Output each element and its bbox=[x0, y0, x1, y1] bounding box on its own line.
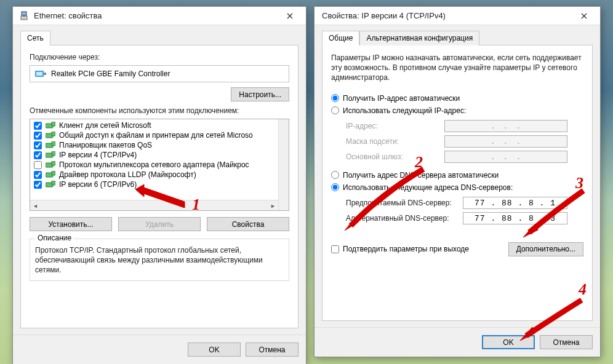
component-label: Драйвер протокола LLDP (Майкрософт) bbox=[59, 170, 196, 179]
svg-rect-9 bbox=[52, 132, 55, 136]
window-title: Ethernet: свойства bbox=[34, 11, 276, 20]
close-button[interactable] bbox=[571, 7, 598, 25]
adapter-name: Realtek PCIe GBE Family Controller bbox=[51, 69, 170, 78]
validate-on-exit-label: Подтвердить параметры при выходе bbox=[343, 245, 469, 253]
titlebar[interactable]: Ethernet: свойства bbox=[13, 7, 306, 25]
radio-dns-manual-label: Использовать следующие адреса DNS-сервер… bbox=[343, 183, 513, 192]
svg-rect-19 bbox=[52, 181, 55, 185]
ok-button[interactable]: OK bbox=[482, 335, 535, 349]
radio-dns-manual-input[interactable] bbox=[331, 183, 339, 191]
component-checkbox[interactable] bbox=[34, 161, 42, 169]
protocol-icon bbox=[46, 141, 55, 149]
svg-rect-2 bbox=[23, 15, 25, 17]
component-checkbox[interactable] bbox=[34, 181, 42, 189]
description-group: Описание Протокол TCP/IP. Стандартный пр… bbox=[30, 239, 289, 281]
component-label: Общий доступ к файлам и принтерам для се… bbox=[59, 131, 253, 140]
protocol-icon bbox=[46, 161, 55, 168]
radio-dns-auto-label: Получить адрес DNS-сервера автоматически bbox=[343, 171, 499, 180]
ethernet-icon bbox=[19, 11, 29, 21]
radio-dns-manual[interactable]: Использовать следующие адреса DNS-сервер… bbox=[331, 183, 583, 192]
svg-rect-0 bbox=[22, 12, 26, 15]
radio-dns-auto[interactable]: Получить адрес DNS-сервера автоматически bbox=[331, 171, 583, 180]
component-item[interactable]: Общий доступ к файлам и принтерам для се… bbox=[30, 130, 278, 140]
ip-address-label: IP-адрес: bbox=[346, 122, 444, 130]
component-item[interactable]: IP версии 4 (TCP/IPv4) bbox=[30, 150, 278, 160]
close-button[interactable] bbox=[276, 7, 303, 25]
gateway-label: Основной шлюз: bbox=[346, 152, 444, 161]
component-label: Планировщик пакетов QoS bbox=[59, 141, 152, 149]
remove-button: Удалить bbox=[118, 217, 201, 231]
description-text: Протокол TCP/IP. Стандартный протокол гл… bbox=[35, 245, 284, 275]
radio-ip-manual-label: Использовать следующий IP-адрес: bbox=[343, 106, 466, 115]
tabstrip: Сеть bbox=[20, 30, 298, 46]
svg-rect-13 bbox=[52, 151, 55, 156]
protocol-icon bbox=[46, 151, 55, 159]
radio-dns-auto-input[interactable] bbox=[331, 171, 339, 179]
tabstrip: Общие Альтернативная конфигурация bbox=[322, 30, 593, 46]
component-label: IP версии 6 (TCP/IPv6) bbox=[59, 180, 137, 189]
component-checkbox[interactable] bbox=[34, 171, 42, 179]
window-title: Свойства: IP версии 4 (TCP/IPv4) bbox=[321, 11, 571, 20]
component-label: Клиент для сетей Microsoft bbox=[59, 121, 151, 130]
svg-rect-7 bbox=[52, 122, 55, 126]
connect-via-label: Подключение через: bbox=[30, 53, 289, 61]
svg-rect-17 bbox=[52, 171, 55, 175]
component-checkbox[interactable] bbox=[34, 151, 42, 159]
components-label: Отмеченные компоненты используются этим … bbox=[30, 106, 289, 115]
svg-rect-5 bbox=[44, 73, 46, 75]
component-label: Протокол мультиплексора сетевого адаптер… bbox=[59, 160, 249, 169]
dns1-label: Предпочитаемый DNS-сервер: bbox=[346, 199, 463, 207]
ipv4-properties-window: Свойства: IP версии 4 (TCP/IPv4) Общие А… bbox=[314, 6, 601, 357]
component-item[interactable]: Планировщик пакетов QoS bbox=[30, 140, 278, 150]
ip-address-field: ... bbox=[444, 120, 567, 132]
tab-general[interactable]: Общие bbox=[322, 31, 359, 46]
protocol-icon bbox=[46, 181, 55, 188]
component-checkbox[interactable] bbox=[34, 132, 42, 140]
ok-button[interactable]: OK bbox=[188, 342, 241, 357]
component-item[interactable]: Драйвер протокола LLDP (Майкрософт) bbox=[30, 170, 278, 180]
svg-rect-4 bbox=[36, 72, 42, 76]
tab-network[interactable]: Сеть bbox=[20, 31, 50, 46]
ethernet-properties-window: Ethernet: свойства Сеть Подключение чере… bbox=[12, 6, 306, 364]
tab-alternate-config[interactable]: Альтернативная конфигурация bbox=[359, 31, 479, 46]
description-title: Описание bbox=[35, 234, 74, 242]
dns2-field[interactable]: 77 . 88 . 8 . 3 bbox=[463, 212, 567, 224]
svg-rect-11 bbox=[52, 141, 55, 146]
component-item[interactable]: Клиент для сетей Microsoft bbox=[30, 121, 278, 130]
radio-ip-auto[interactable]: Получить IP-адрес автоматически bbox=[331, 94, 583, 103]
adapter-icon bbox=[35, 69, 46, 78]
gateway-field: ... bbox=[444, 151, 567, 163]
install-button[interactable]: Установить... bbox=[30, 217, 112, 231]
svg-rect-15 bbox=[52, 161, 55, 165]
components-list[interactable]: Клиент для сетей MicrosoftОбщий доступ к… bbox=[30, 119, 289, 211]
radio-ip-manual[interactable]: Использовать следующий IP-адрес: bbox=[331, 106, 583, 115]
protocol-icon bbox=[46, 132, 55, 139]
protocol-icon bbox=[46, 122, 55, 129]
radio-ip-auto-input[interactable] bbox=[331, 94, 339, 102]
subnet-mask-label: Маска подсети: bbox=[346, 137, 444, 146]
cancel-button[interactable]: Отмена bbox=[246, 342, 298, 357]
component-item[interactable]: Протокол мультиплексора сетевого адаптер… bbox=[30, 160, 278, 170]
subnet-mask-field: ... bbox=[444, 135, 567, 148]
protocol-icon bbox=[46, 171, 55, 178]
info-text: Параметры IP можно назначать автоматичес… bbox=[331, 53, 583, 83]
component-label: IP версии 4 (TCP/IPv4) bbox=[59, 151, 137, 159]
radio-ip-auto-label: Получить IP-адрес автоматически bbox=[343, 94, 460, 103]
component-item[interactable]: IP версии 6 (TCP/IPv6) bbox=[30, 180, 278, 189]
component-checkbox[interactable] bbox=[34, 141, 42, 149]
horizontal-scrollbar[interactable]: ◄ ► bbox=[30, 200, 278, 210]
component-checkbox[interactable] bbox=[34, 122, 42, 130]
dns2-label: Альтернативный DNS-сервер: bbox=[346, 214, 463, 223]
dns1-field[interactable]: 77 . 88 . 8 . 1 bbox=[463, 197, 567, 209]
scroll-right-icon[interactable]: ► bbox=[268, 200, 278, 211]
scroll-left-icon[interactable]: ◄ bbox=[30, 200, 41, 211]
properties-button[interactable]: Свойства bbox=[207, 217, 289, 231]
cancel-button[interactable]: Отмена bbox=[540, 335, 593, 349]
titlebar[interactable]: Свойства: IP версии 4 (TCP/IPv4) bbox=[315, 7, 600, 25]
advanced-button[interactable]: Дополнительно... bbox=[508, 242, 583, 256]
adapter-field: Realtek PCIe GBE Family Controller bbox=[30, 65, 289, 82]
configure-button[interactable]: Настроить... bbox=[231, 87, 289, 101]
validate-on-exit-checkbox[interactable] bbox=[331, 245, 339, 253]
vertical-scrollbar[interactable] bbox=[278, 119, 289, 210]
radio-ip-manual-input[interactable] bbox=[331, 106, 339, 114]
